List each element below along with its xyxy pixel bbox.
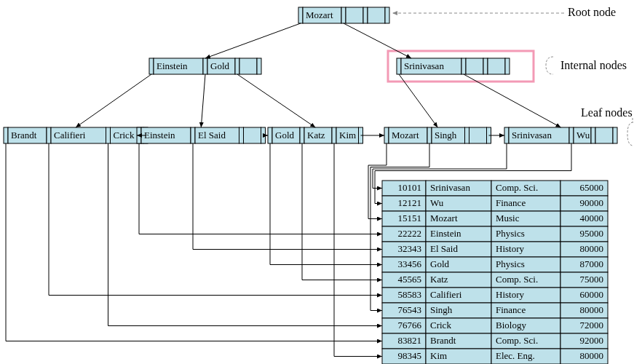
edge bbox=[237, 74, 315, 127]
key-label: El Said bbox=[198, 130, 226, 141]
internal-annotation: Internal nodes bbox=[560, 59, 627, 71]
table-text: 76543 bbox=[398, 304, 422, 315]
key-label: Einstein bbox=[144, 130, 175, 141]
table-text: Wu bbox=[430, 197, 444, 208]
brace-leaf bbox=[627, 122, 633, 146]
table-text: 87000 bbox=[580, 258, 604, 269]
pointer-slot bbox=[235, 58, 239, 74]
key-label: Wu bbox=[576, 130, 590, 141]
table-text: 32343 bbox=[398, 243, 422, 254]
key-label: Katz bbox=[307, 130, 325, 141]
table-text: 40000 bbox=[580, 213, 604, 223]
root-annotation: Root node bbox=[568, 6, 616, 18]
table-text: 80000 bbox=[580, 243, 604, 254]
key-slot bbox=[239, 58, 257, 74]
key-label: Srinivasan bbox=[404, 60, 444, 71]
table-text: Elec. Eng. bbox=[496, 350, 535, 361]
table-text: 22222 bbox=[398, 228, 422, 239]
table-text: 58583 bbox=[398, 289, 422, 300]
table-text: 80000 bbox=[580, 304, 604, 315]
pointer-slot bbox=[465, 127, 469, 143]
pointer-slot bbox=[191, 127, 195, 143]
table-text: 45565 bbox=[398, 274, 422, 285]
record-pointer bbox=[108, 143, 383, 326]
table-text: 76766 bbox=[398, 320, 422, 331]
key-label: Califieri bbox=[54, 130, 86, 141]
table-text: 98345 bbox=[398, 350, 422, 361]
pointer-slot bbox=[298, 7, 303, 23]
table-text: El Said bbox=[430, 243, 458, 254]
record-pointer bbox=[193, 143, 382, 250]
table-text: History bbox=[496, 289, 525, 300]
pointer-slot bbox=[106, 127, 111, 143]
table-text: 65000 bbox=[580, 182, 604, 193]
key-label: Srinivasan bbox=[512, 130, 552, 141]
table-text: Katz bbox=[430, 274, 448, 285]
table-text: Crick bbox=[430, 320, 451, 331]
record-pointer bbox=[49, 143, 382, 296]
table-text: 12121 bbox=[398, 197, 422, 208]
key-slot bbox=[244, 127, 261, 143]
key-label: Kim bbox=[339, 130, 356, 141]
table-text: Physics bbox=[496, 228, 525, 239]
pointer-slot bbox=[613, 127, 617, 143]
table-text: 92000 bbox=[580, 335, 604, 346]
table-text: Comp. Sci. bbox=[496, 274, 538, 285]
table-text: 80000 bbox=[580, 350, 604, 361]
table-text: 90000 bbox=[580, 197, 604, 208]
table-text: Einstein bbox=[430, 228, 461, 239]
table-text: Singh bbox=[430, 304, 453, 315]
record-pointer bbox=[270, 143, 382, 265]
pointer-slot bbox=[427, 127, 432, 143]
table-text: Comp. Sci. bbox=[496, 182, 538, 193]
table-text: 83821 bbox=[398, 335, 422, 346]
table-text: 75000 bbox=[580, 274, 604, 285]
edge bbox=[201, 74, 205, 127]
table-text: Comp. Sci. bbox=[496, 335, 538, 346]
edge bbox=[76, 74, 151, 127]
key-label: Einstein bbox=[156, 60, 188, 71]
pointer-slot bbox=[341, 7, 346, 23]
pointer-slot bbox=[203, 58, 207, 74]
key-slot bbox=[469, 127, 487, 143]
pointer-slot bbox=[385, 7, 389, 23]
leaf-annotation: Leaf nodes bbox=[581, 106, 633, 119]
table-text: Finance bbox=[496, 197, 526, 208]
pointer-slot bbox=[461, 58, 466, 74]
key-slot bbox=[595, 127, 613, 143]
table-text: Finance bbox=[496, 304, 526, 315]
key-label: Gold bbox=[275, 130, 295, 141]
record-pointer bbox=[6, 143, 382, 341]
table-text: Gold bbox=[430, 258, 450, 269]
table-text: Kim bbox=[430, 350, 447, 361]
pointer-slot bbox=[239, 127, 244, 143]
key-slot bbox=[488, 58, 505, 74]
table-text: 72000 bbox=[580, 320, 604, 331]
pointer-slot bbox=[384, 127, 389, 143]
table-text: Brandt bbox=[430, 335, 456, 346]
pointer-slot bbox=[504, 127, 509, 143]
pointer-slot bbox=[591, 127, 595, 143]
pointer-slot bbox=[505, 58, 510, 74]
bplus-tree-diagram: MozartEinsteinGoldSrinivasanBrandtCalifi… bbox=[0, 0, 642, 364]
key-slot bbox=[368, 7, 385, 23]
table-text: 33456 bbox=[398, 258, 422, 269]
key-label: Brandt bbox=[11, 130, 37, 141]
pointer-slot bbox=[268, 127, 272, 143]
key-label: Mozart bbox=[392, 130, 419, 141]
record-pointer bbox=[139, 143, 382, 234]
key-label: Gold bbox=[210, 60, 230, 71]
key-label: Mozart bbox=[306, 9, 333, 20]
table-text: Biology bbox=[496, 320, 526, 331]
key-slot bbox=[466, 58, 483, 74]
edge bbox=[344, 23, 411, 58]
pointer-slot bbox=[47, 127, 51, 143]
pointer-slot bbox=[569, 127, 574, 143]
table-text: Physics bbox=[496, 258, 525, 269]
pointer-slot bbox=[483, 58, 488, 74]
brace-internal bbox=[546, 57, 553, 74]
table-text: 10101 bbox=[398, 182, 422, 193]
edge bbox=[205, 23, 301, 58]
table-text: 15151 bbox=[398, 213, 422, 223]
pointer-slot bbox=[149, 58, 154, 74]
